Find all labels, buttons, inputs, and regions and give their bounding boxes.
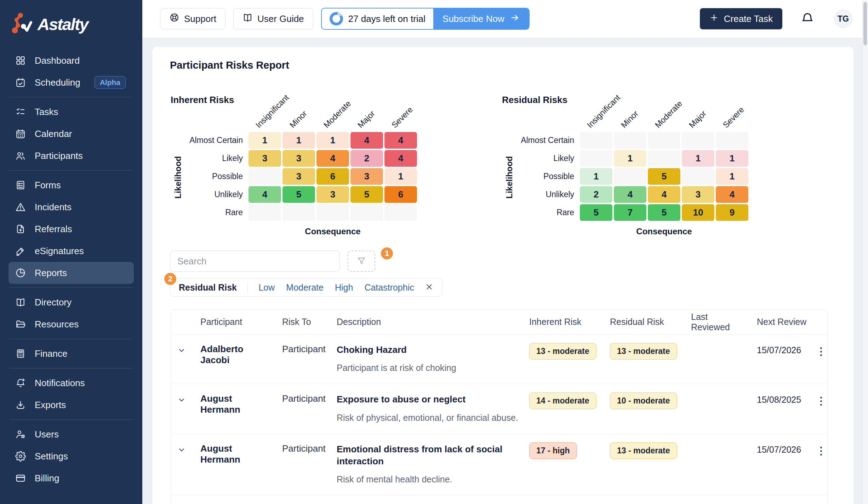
support-label: Support [184, 13, 216, 24]
sidebar-item-label: Tasks [35, 107, 58, 118]
row-menu-kebab[interactable] [815, 393, 827, 406]
sidebar-nav: DashboardSchedulingAlphaTasksCalendarPar… [0, 46, 142, 504]
sidebar-item-label: Resources [35, 319, 79, 330]
matrix-cell: 1 [580, 168, 612, 185]
consequence-axis-label: Consequence [249, 227, 417, 236]
likelihood-label: Possible [518, 168, 580, 185]
sidebar-item-referrals[interactable]: Referrals [8, 218, 134, 240]
risk-subtitle: Risk of physical, emotional, or financia… [337, 413, 521, 423]
sidebar-item-notifications[interactable]: Notifications [8, 372, 134, 394]
matrix-cell [614, 168, 646, 185]
row-menu-kebab[interactable] [815, 343, 827, 356]
matrix-title: Inherent Risks [171, 94, 234, 105]
likelihood-axis-label: Likelihood [504, 156, 514, 199]
create-task-button[interactable]: Create Task [700, 8, 782, 29]
matrix-cell: 4 [350, 132, 383, 149]
residual-risk-cell: 13 - moderate [602, 442, 683, 459]
sidebar-item-forms[interactable]: Forms [8, 174, 134, 196]
sidebar-item-calendar[interactable]: Calendar [8, 123, 134, 145]
user-guide-button[interactable]: User Guide [233, 8, 313, 29]
residual-risk-matrix: Residual Risks Likelihood Almost Certain… [501, 94, 748, 236]
filter-count-badge: 1 [381, 247, 393, 259]
inherent-risk-badge: 17 - high [529, 442, 577, 459]
likelihood-labels: Almost CertainLikelyPossibleUnlikelyRare [186, 132, 249, 236]
sidebar-item-participants[interactable]: Participants [8, 145, 134, 167]
notifications-bell-button[interactable] [801, 12, 814, 26]
consequence-headers: InsignificantMinorModerateMajorSevere [580, 94, 748, 132]
filter-chip-option[interactable]: Low [258, 282, 275, 293]
sidebar-item-label: Forms [35, 180, 61, 191]
table-body: Adalberto JacobiParticipantChoking Hazar… [171, 334, 827, 504]
residual-risk-filter-bar: Residual Risk LowModerateHighCatastrophi… [170, 278, 442, 297]
page-scrollbar[interactable] [862, 0, 868, 504]
row-menu-kebab[interactable] [815, 442, 827, 456]
subscribe-now-button[interactable]: Subscribe Now [433, 8, 529, 30]
expand-row-button[interactable] [171, 343, 192, 356]
chip-count-badge: 2 [164, 273, 176, 285]
sidebar-item-settings[interactable]: Settings [8, 445, 134, 467]
main-column: Support User Guide 27 days left on trial… [142, 0, 868, 504]
search-input[interactable] [170, 251, 340, 272]
content-area: Participant Risks Report Inherent Risks … [142, 38, 868, 504]
sidebar-item-reports[interactable]: Reports [8, 262, 134, 284]
logo[interactable]: Astalty [0, 9, 142, 46]
remove-filter-button[interactable] [425, 282, 434, 292]
subscribe-label: Subscribe Now [442, 13, 504, 24]
reports-icon [15, 267, 26, 279]
matrix-cell: 3 [316, 186, 349, 203]
risks-table: ParticipantRisk ToDescriptionInherent Ri… [171, 309, 828, 504]
matrix-cell: 1 [282, 132, 315, 149]
trial-days-label: 27 days left on trial [348, 13, 426, 24]
scrollbar-thumb[interactable] [863, 2, 867, 45]
participants-icon [15, 150, 26, 161]
matrix-cell: 5 [648, 168, 680, 185]
consequence-header: Moderate [653, 99, 684, 130]
matrix-cell [648, 132, 680, 149]
filter-chip-option[interactable]: Catastrophic [364, 282, 414, 293]
matrix-cell [249, 168, 281, 185]
column-header: Description [329, 317, 521, 327]
sidebar-item-billing[interactable]: Billing [8, 467, 134, 489]
likelihood-label: Almost Certain [186, 132, 249, 149]
expand-row-button[interactable] [171, 442, 192, 456]
trial-status: 27 days left on trial [322, 12, 433, 25]
filter-chip-option[interactable]: Moderate [286, 282, 324, 293]
sidebar-item-users[interactable]: Users [8, 423, 134, 445]
billing-icon [15, 472, 26, 484]
sidebar-item-incidents[interactable]: Incidents [8, 196, 134, 218]
table-row: August HermannParticipantExposure to abu… [171, 384, 827, 434]
sidebar-item-tasks[interactable]: Tasks [8, 101, 134, 123]
likelihood-axis-label: Likelihood [173, 156, 183, 199]
sidebar-item-label: Dashboard [35, 55, 80, 66]
notifications-icon [15, 377, 26, 389]
user-avatar[interactable]: TG [834, 10, 852, 28]
matrix-cell: 4 [384, 132, 417, 149]
column-header: Inherent Risk [521, 317, 602, 327]
matrix-cell: 4 [648, 186, 680, 203]
matrix-cell [580, 132, 612, 149]
likelihood-labels: Almost CertainLikelyPossibleUnlikelyRare [518, 132, 580, 236]
inherent-risk-cell: 13 - moderate [521, 343, 602, 360]
expand-row-button[interactable] [171, 393, 192, 406]
matrix-cell: 4 [316, 150, 349, 167]
participant-name: Adalberto Jacobi [192, 343, 274, 366]
support-button[interactable]: Support [160, 8, 225, 29]
sidebar-item-dashboard[interactable]: Dashboard [8, 50, 134, 71]
sidebar-item-resources[interactable]: Resources [8, 313, 134, 335]
filter-button[interactable] [348, 251, 375, 272]
sidebar-item-label: Referrals [35, 224, 72, 235]
risk-description: Emotional distress from lack of social i… [329, 442, 521, 485]
filter-chip-option[interactable]: High [335, 282, 353, 293]
sidebar-item-scheduling[interactable]: SchedulingAlpha [8, 71, 134, 93]
chevron-down-icon [177, 395, 186, 406]
table-row: August HermannParticipantPressure sores … [171, 496, 827, 504]
risk-description: Choking HazardParticipant is at risk of … [329, 343, 521, 373]
sidebar-item-esignatures[interactable]: eSignatures [8, 240, 134, 262]
sidebar-item-exports[interactable]: Exports [8, 394, 134, 416]
sidebar-item-directory[interactable]: Directory [8, 291, 134, 313]
sidebar-item-label: Settings [35, 451, 68, 462]
sidebar-item-finance[interactable]: Finance [8, 343, 134, 365]
esignatures-icon [15, 245, 26, 257]
matrix-cell: 3 [249, 150, 281, 167]
matrix-cell: 6 [316, 168, 349, 185]
